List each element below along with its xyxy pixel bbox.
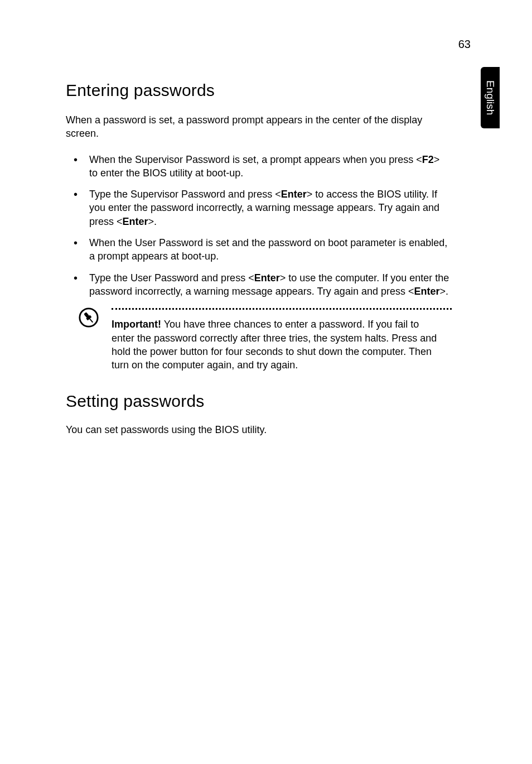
bullet-text: >. bbox=[148, 216, 157, 227]
divider bbox=[112, 308, 452, 310]
note-text: Important! You have three chances to ent… bbox=[112, 318, 444, 372]
bullet-item: Type the User Password and press <Enter>… bbox=[66, 271, 449, 299]
heading-setting-passwords: Setting passwords bbox=[66, 392, 449, 411]
closing-paragraph: You can set passwords using the BIOS uti… bbox=[66, 424, 449, 436]
important-note: Important! You have three chances to ent… bbox=[66, 308, 449, 372]
note-label: Important! bbox=[112, 319, 161, 330]
key-label: Enter bbox=[414, 286, 439, 297]
pushpin-icon bbox=[78, 307, 99, 328]
bullet-text: Type the Supervisor Password and press < bbox=[89, 189, 281, 200]
key-label: Enter bbox=[254, 272, 280, 284]
bullet-text: When the Supervisor Password is set, a p… bbox=[89, 154, 422, 165]
bullet-text: >. bbox=[439, 286, 448, 297]
bullet-list: When the Supervisor Password is set, a p… bbox=[66, 153, 449, 299]
bullet-text: When the User Password is set and the pa… bbox=[89, 237, 447, 262]
bullet-item: When the User Password is set and the pa… bbox=[66, 236, 449, 263]
language-tab: English bbox=[481, 67, 500, 128]
page-content: Entering passwords When a password is se… bbox=[66, 81, 449, 436]
page-number: 63 bbox=[458, 38, 471, 51]
key-label: F2 bbox=[422, 154, 434, 165]
intro-paragraph: When a password is set, a password promp… bbox=[66, 113, 449, 141]
svg-rect-3 bbox=[89, 319, 93, 323]
heading-entering-passwords: Entering passwords bbox=[66, 81, 449, 100]
key-label: Enter bbox=[281, 189, 307, 200]
bullet-text: Type the User Password and press < bbox=[89, 272, 254, 284]
key-label: Enter bbox=[123, 216, 148, 227]
bullet-item: Type the Supervisor Password and press <… bbox=[66, 188, 449, 228]
bullet-item: When the Supervisor Password is set, a p… bbox=[66, 153, 449, 180]
